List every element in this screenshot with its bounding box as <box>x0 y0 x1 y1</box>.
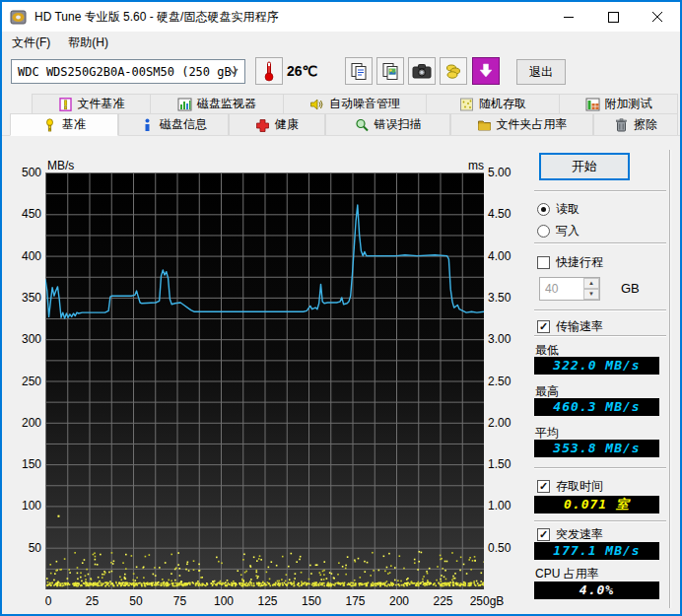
tab-erase[interactable]: 擦除 <box>593 113 678 136</box>
thermometer-icon <box>263 60 275 82</box>
separator <box>534 242 666 244</box>
separator <box>534 309 666 311</box>
health-cross-icon <box>255 118 270 132</box>
start-button[interactable]: 开始 <box>539 153 630 180</box>
donate-button[interactable] <box>440 57 467 85</box>
tab-label: 错误扫描 <box>375 116 422 133</box>
y-left-tick: 50 <box>10 541 41 555</box>
copy-image-icon <box>381 62 400 81</box>
download-arrow-icon <box>478 63 494 79</box>
y-left-tick: 300 <box>10 332 41 346</box>
error-scan-icon <box>355 118 370 132</box>
access-time-label: 存取时间 <box>556 478 603 495</box>
tab-random-access[interactable]: 随机存取 <box>426 94 560 114</box>
short-stroke-spinner: ▲ ▼ <box>539 277 600 301</box>
tab-benchmark[interactable]: 基准 <box>10 113 118 136</box>
y-left-unit: MB/s <box>47 159 74 172</box>
update-button[interactable] <box>472 57 500 85</box>
drive-select[interactable]: WDC WDS250G2B0A-00SM50 (250 gB) <box>11 59 245 84</box>
tab-label: 磁盘信息 <box>160 116 207 133</box>
y-right-tick: 3.50 <box>488 291 511 305</box>
tab-label: 磁盘监视器 <box>197 96 256 112</box>
tab-disk-info[interactable]: 磁盘信息 <box>118 113 229 136</box>
tab-extra-tests[interactable]: 附加测试 <box>559 94 678 114</box>
y-right-tick: 4.00 <box>488 249 511 263</box>
y-right-tick: 4.50 <box>488 207 511 221</box>
minimize-button[interactable] <box>547 2 591 32</box>
maximize-icon <box>608 12 619 23</box>
read-radio-row[interactable]: 读取 <box>537 201 580 218</box>
random-access-icon <box>459 98 474 111</box>
access-time-row[interactable]: ✓ 存取时间 <box>537 478 603 495</box>
tab-label: 附加测试 <box>605 96 652 112</box>
write-radio-row[interactable]: 写入 <box>537 223 580 240</box>
exit-button[interactable]: 退出 <box>516 59 566 85</box>
read-radio[interactable] <box>537 203 550 216</box>
burst-rate-checkbox[interactable]: ✓ <box>537 528 550 541</box>
burst-rate-display: 177.1 MB/s <box>534 542 659 560</box>
burst-rate-row[interactable]: ✓ 突发速率 <box>537 526 603 543</box>
chevron-down-icon <box>229 68 239 75</box>
y-right-tick: 5.00 <box>488 166 511 179</box>
trash-icon <box>614 118 629 132</box>
separator <box>534 335 666 337</box>
tab-disk-monitor[interactable]: 磁盘监视器 <box>150 94 284 114</box>
plot-canvas <box>45 172 484 589</box>
x-tick: 50 <box>113 594 159 608</box>
short-stroke-input[interactable] <box>540 278 583 300</box>
start-button-label: 开始 <box>572 158 597 175</box>
menu-file[interactable]: 文件(F) <box>4 32 58 54</box>
speaker-icon <box>309 98 324 111</box>
folder-icon <box>477 118 492 132</box>
minimize-icon <box>564 12 575 23</box>
temperature-value: 26℃ <box>287 63 317 79</box>
short-stroke-unit: GB <box>621 281 640 296</box>
write-radio[interactable] <box>537 225 550 238</box>
tab-error-scan[interactable]: 错误扫描 <box>325 113 450 136</box>
y-right-tick: 0.50 <box>488 541 511 555</box>
screenshot-button[interactable] <box>408 57 436 85</box>
transfer-rate-row[interactable]: ✓ 传输速率 <box>537 318 603 335</box>
spinner-down-button[interactable]: ▼ <box>583 289 599 300</box>
disk-info-icon <box>140 118 155 132</box>
separator <box>534 190 666 192</box>
tab-file-benchmark[interactable]: 文件基准 <box>32 94 151 114</box>
menu-bar: 文件(F) 帮助(H) <box>2 32 680 54</box>
close-button[interactable] <box>636 2 680 32</box>
app-icon <box>10 9 27 26</box>
transfer-rate-checkbox[interactable]: ✓ <box>537 320 550 333</box>
benchmark-page: MB/s ms 50045040035030025020015010050 5.… <box>2 135 682 616</box>
y-left-tick: 450 <box>10 207 41 221</box>
access-time-checkbox[interactable]: ✓ <box>537 480 550 493</box>
file-benchmark-icon <box>58 98 73 111</box>
y-left-tick: 500 <box>10 166 41 179</box>
tab-label: 健康 <box>275 116 299 133</box>
cpu-label: CPU 占用率 <box>535 566 599 582</box>
benchmark-plot <box>45 172 484 589</box>
temperature-button[interactable] <box>255 57 283 85</box>
min-value-display: 322.0 MB/s <box>534 357 659 375</box>
y-right-tick: 3.00 <box>488 332 511 346</box>
x-tick: 0 <box>26 594 71 608</box>
tab-label: 随机存取 <box>479 96 526 112</box>
y-right-tick: 2.00 <box>488 416 511 430</box>
copy-text-button[interactable] <box>345 57 373 85</box>
close-icon <box>652 12 663 23</box>
benchmark-icon <box>42 118 57 132</box>
short-stroke-row[interactable]: 快捷行程 <box>537 254 603 271</box>
copy-image-button[interactable] <box>376 57 404 85</box>
spinner-up-button[interactable]: ▲ <box>583 278 599 289</box>
x-tick: 225 <box>421 594 466 608</box>
extra-tests-icon <box>585 98 600 111</box>
short-stroke-checkbox[interactable] <box>537 256 550 269</box>
menu-help[interactable]: 帮助(H) <box>60 32 116 54</box>
tab-aam[interactable]: 自动噪音管理 <box>283 94 427 114</box>
separator <box>534 520 666 522</box>
tab-folder-usage[interactable]: 文件夹占用率 <box>450 113 593 136</box>
tab-health[interactable]: 健康 <box>229 113 325 136</box>
y-right-tick: 2.50 <box>488 375 511 388</box>
maximize-button[interactable] <box>591 2 636 32</box>
max-value-display: 460.3 MB/s <box>534 398 659 416</box>
avg-value-display: 353.8 MB/s <box>534 440 659 457</box>
x-tick: 175 <box>333 594 378 608</box>
